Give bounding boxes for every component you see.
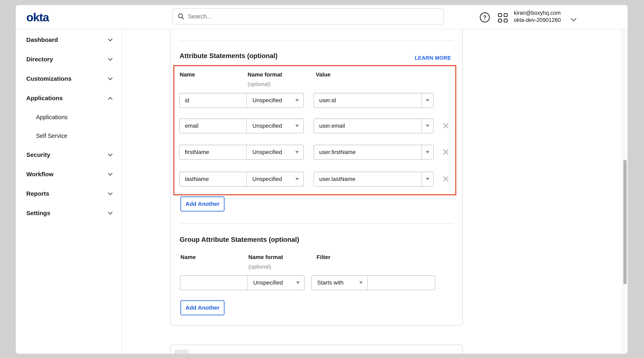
dropdown-value: Unspecified <box>252 97 282 104</box>
sidebar-item-label: Reports <box>26 190 49 197</box>
grid-square <box>504 13 508 17</box>
name-format-dropdown[interactable]: Unspecified <box>247 145 304 159</box>
optional-hint: (optional) <box>248 264 271 270</box>
sidebar-item-label: Applications <box>36 114 68 121</box>
sidebar-item-label: Directory <box>26 56 53 63</box>
next-section-card <box>170 345 463 354</box>
grid-square <box>498 19 502 23</box>
sidebar: Dashboard Directory Customizations Appli… <box>16 29 122 354</box>
group-name-input[interactable] <box>180 276 247 290</box>
attr-value-input[interactable] <box>314 93 422 108</box>
attribute-row: Unspecified <box>179 93 455 108</box>
group-attribute-statements-title: Group Attribute Statements (optional) <box>180 236 299 243</box>
grid-square <box>498 13 502 17</box>
value-dropdown-toggle[interactable] <box>422 119 433 133</box>
name-format-dropdown[interactable]: Unspecified <box>247 93 304 108</box>
caret-down-icon <box>295 99 299 102</box>
sidebar-item-label: Security <box>26 151 50 158</box>
okta-logo[interactable]: okta <box>26 10 49 24</box>
attr-value-input[interactable] <box>314 119 422 133</box>
chevron-down-icon <box>108 37 113 41</box>
search-bar <box>172 8 444 25</box>
sidebar-item-directory[interactable]: Directory <box>16 50 122 69</box>
attribute-row: Unspecified ✕ <box>179 172 455 187</box>
learn-more-link[interactable]: LEARN MORE <box>415 55 451 61</box>
chevron-down-icon[interactable] <box>571 16 576 21</box>
sidebar-subitem-applications[interactable]: Applications <box>16 108 122 127</box>
divider <box>180 41 453 41</box>
help-icon[interactable]: ? <box>480 12 490 23</box>
grid-square <box>504 19 508 23</box>
value-dropdown-toggle[interactable] <box>422 145 433 159</box>
apps-grid-icon[interactable] <box>498 13 508 23</box>
sidebar-item-applications[interactable]: Applications <box>16 89 122 108</box>
value-dropdown-toggle[interactable] <box>422 93 433 108</box>
caret-down-icon <box>295 125 299 127</box>
scrollbar-thumb[interactable] <box>623 160 626 284</box>
caret-down-icon <box>295 151 299 153</box>
attr-value-input[interactable] <box>314 172 422 186</box>
name-format-dropdown[interactable]: Unspecified <box>247 119 304 133</box>
dropdown-value: Starts with <box>317 279 344 286</box>
filter-value-input[interactable] <box>368 276 435 290</box>
sidebar-item-reports[interactable]: Reports <box>16 184 122 203</box>
caret-down-icon <box>426 99 430 102</box>
sidebar-item-workflow[interactable]: Workflow <box>16 165 122 184</box>
column-header-name: Name <box>180 72 195 78</box>
sidebar-item-label: Settings <box>26 210 50 217</box>
chevron-down-icon <box>108 210 113 214</box>
dropdown-value: Unspecified <box>253 279 283 286</box>
remove-row-icon[interactable]: ✕ <box>442 172 450 187</box>
sidebar-item-settings[interactable]: Settings <box>16 203 122 223</box>
attr-name-input[interactable] <box>180 172 246 186</box>
filter-type-dropdown[interactable]: Starts with <box>312 276 367 290</box>
attribute-row: Unspecified ✕ <box>179 145 455 160</box>
chevron-down-icon <box>108 152 113 156</box>
chevron-down-icon <box>108 190 113 195</box>
name-format-dropdown[interactable]: Unspecified <box>247 172 304 186</box>
sidebar-item-dashboard[interactable]: Dashboard <box>16 30 122 50</box>
chevron-down-icon <box>108 76 113 80</box>
sidebar-subitem-self-service[interactable]: Self Service <box>16 127 122 145</box>
caret-down-icon <box>296 281 300 284</box>
group-attribute-row: Unspecified Starts with <box>180 275 449 290</box>
column-header-filter: Filter <box>316 254 330 260</box>
caret-down-icon <box>426 178 430 180</box>
attr-name-input[interactable] <box>180 119 246 133</box>
remove-row-icon[interactable]: ✕ <box>442 145 450 160</box>
account-menu[interactable]: kiran@boxyhq.com okta-dev-20901260 <box>514 10 561 24</box>
sidebar-item-customizations[interactable]: Customizations <box>16 69 122 89</box>
column-header-name-format: Name format <box>248 72 282 78</box>
attribute-statements-title: Attribute Statements (optional) <box>180 52 278 60</box>
add-another-group-attribute-button[interactable]: Add Another <box>180 300 224 315</box>
attr-name-input[interactable] <box>180 93 246 108</box>
saml-settings-card: Attribute Statements (optional) LEARN MO… <box>170 29 463 325</box>
name-format-dropdown[interactable]: Unspecified <box>248 276 304 290</box>
sidebar-item-label: Self Service <box>36 133 67 139</box>
attr-name-input[interactable] <box>180 145 246 159</box>
value-dropdown-toggle[interactable] <box>422 172 433 186</box>
remove-row-icon[interactable]: ✕ <box>442 118 450 133</box>
remove-glyph: ✕ <box>442 175 450 184</box>
column-header-value: Value <box>316 72 330 78</box>
caret-down-icon <box>426 125 430 127</box>
sidebar-item-security[interactable]: Security <box>16 145 122 165</box>
chevron-down-icon <box>108 171 113 176</box>
scrollbar-track <box>622 29 628 354</box>
chevron-up-icon <box>108 97 113 102</box>
section-placeholder <box>174 350 189 354</box>
remove-glyph: ✕ <box>442 121 450 130</box>
app-window: okta ? kiran@boxyhq.com okta-dev-2090126… <box>16 5 628 354</box>
search-icon <box>178 13 184 20</box>
sidebar-item-label: Customizations <box>26 75 72 82</box>
search-input[interactable] <box>188 13 438 20</box>
attribute-row: Unspecified ✕ <box>179 118 455 133</box>
caret-down-icon <box>359 281 363 284</box>
attr-value-input[interactable] <box>314 145 422 159</box>
optional-hint: (optional) <box>248 81 270 87</box>
add-another-attribute-button[interactable]: Add Another <box>180 196 224 211</box>
sidebar-item-label: Workflow <box>26 171 54 178</box>
column-header-name: Name <box>180 254 196 260</box>
divider <box>180 223 453 224</box>
dropdown-value: Unspecified <box>252 149 282 155</box>
